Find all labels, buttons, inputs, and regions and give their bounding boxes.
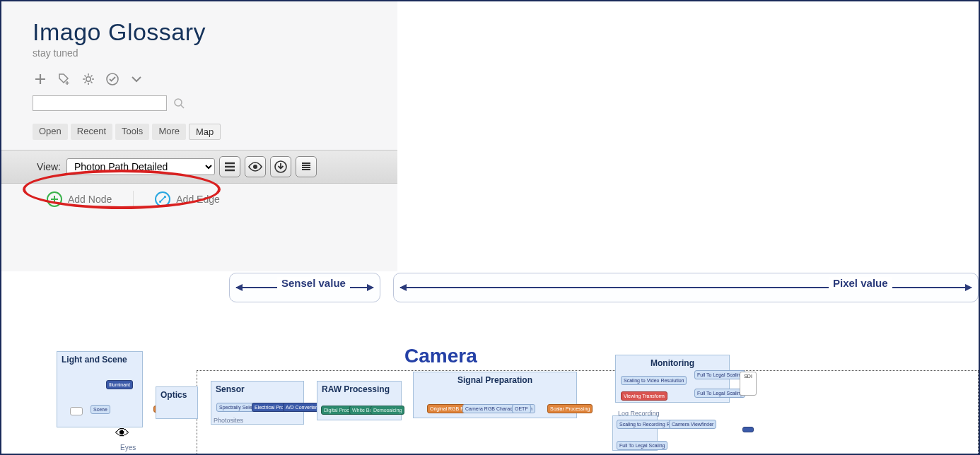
view-label: View:: [37, 161, 61, 172]
node-full-legal-2[interactable]: Full To Legal Scaling: [694, 389, 745, 398]
eyes-label: Eyes: [120, 444, 136, 451]
group-light-scene[interactable]: Light and Scene: [57, 351, 143, 427]
search-icon[interactable]: [171, 95, 187, 111]
chevron-down-icon[interactable]: [129, 71, 144, 87]
tab-tools[interactable]: Tools: [115, 124, 149, 140]
camera-heading: Camera: [404, 345, 477, 367]
app-title: Imago Glossary: [33, 18, 369, 46]
node-demosaic[interactable]: Demosaicing: [371, 406, 404, 415]
eye-icon[interactable]: [245, 156, 266, 177]
node-scene-image[interactable]: [70, 407, 83, 415]
app-subtitle: stay tuned: [33, 47, 369, 59]
node-blue-small[interactable]: [742, 427, 754, 432]
node-scene[interactable]: Scene: [91, 405, 110, 414]
group-optics-label: Optics: [161, 390, 193, 400]
check-circle-icon[interactable]: [105, 71, 120, 87]
region-pixel-label: Pixel value: [829, 277, 892, 289]
group-monitoring-label: Monitoring: [620, 358, 725, 368]
stack-lines-icon[interactable]: [296, 156, 317, 177]
node-illuminant[interactable]: Illuminant: [106, 380, 133, 389]
group-signal-prep-label: Signal Preparation: [418, 375, 572, 385]
plus-icon[interactable]: [33, 71, 48, 87]
svg-point-2: [175, 99, 182, 106]
node-oetf[interactable]: OETF: [512, 404, 531, 413]
add-edge-label: Add Edge: [176, 194, 220, 205]
region-sensel-label: Sensel value: [277, 277, 350, 289]
node-adconv[interactable]: A/D Converter: [283, 403, 320, 412]
node-scale-video[interactable]: Scaling to Video Resolution: [621, 376, 687, 385]
tab-recent[interactable]: Recent: [71, 124, 112, 140]
group-raw-label: RAW Processing: [322, 384, 397, 394]
add-node-label: Add Node: [68, 194, 112, 205]
divider: [133, 191, 134, 208]
list-lines-icon[interactable]: [219, 156, 240, 177]
group-light-scene-label: Light and Scene: [62, 355, 138, 365]
tab-map[interactable]: Map: [189, 124, 221, 140]
group-sensor-label: Sensor: [216, 384, 299, 394]
tab-more[interactable]: More: [152, 124, 186, 140]
eye-glyph-icon: 👁: [115, 425, 129, 442]
add-node-button[interactable]: Add Node: [47, 191, 112, 207]
node-viewing[interactable]: Viewing Transform: [621, 391, 667, 401]
toolbar: [33, 71, 369, 87]
tab-open[interactable]: Open: [33, 124, 68, 140]
sidebar-panel: Imago Glossary stay tuned Open Recent To…: [1, 1, 397, 271]
svg-point-0: [86, 77, 91, 81]
node-full-legal-1[interactable]: Full To Legal Scaling: [694, 370, 745, 379]
view-select[interactable]: Photon Path Detailed: [66, 158, 215, 175]
tag-add-icon[interactable]: [57, 71, 72, 87]
node-full-legal-3[interactable]: Full To Legal Scaling: [617, 441, 667, 450]
svg-point-3: [253, 165, 257, 169]
link-circle-icon: [155, 191, 170, 207]
plus-circle-icon: [47, 191, 62, 207]
group-optics[interactable]: Optics: [156, 386, 198, 419]
view-toolbar: View: Photon Path Detailed: [1, 150, 397, 184]
diagram-canvas[interactable]: Sensel value Pixel value Camera Light an…: [1, 271, 979, 454]
add-edge-button[interactable]: Add Edge: [155, 191, 220, 207]
photosites-label: Photosites: [214, 417, 243, 424]
node-scalar[interactable]: Scalar Processing: [547, 404, 593, 413]
search-input[interactable]: [33, 95, 167, 111]
tabs: Open Recent Tools More Map: [33, 124, 369, 140]
gear-icon[interactable]: [81, 71, 96, 87]
node-cam-viewfinder[interactable]: Camera Viewfinder: [669, 420, 716, 429]
node-sdi[interactable]: SDI: [740, 372, 757, 396]
download-circle-icon[interactable]: [270, 156, 291, 177]
